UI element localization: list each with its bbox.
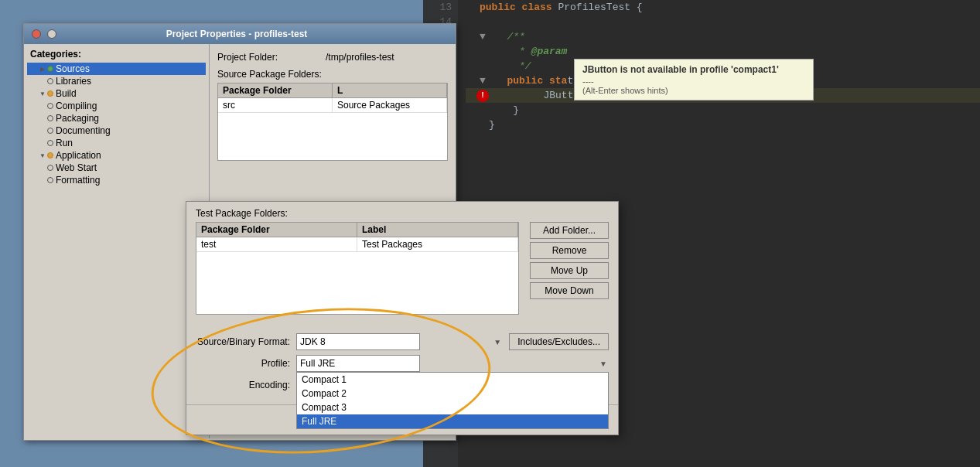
dropdown-item-compact2[interactable]: Compact 2 bbox=[297, 387, 608, 401]
code-line-15: ▼ /** bbox=[466, 29, 980, 44]
remove-button[interactable]: Remove bbox=[530, 242, 609, 259]
project-folder-row: Project Folder: /tmp/profiles-test bbox=[217, 52, 448, 63]
project-props-floating-dialog: Test Package Folders: Package Folder Lab… bbox=[186, 201, 619, 435]
profile-label: Profile: bbox=[196, 358, 296, 369]
includes-excludes-button[interactable]: Includes/Excludes... bbox=[509, 333, 609, 350]
profile-select[interactable] bbox=[296, 355, 420, 372]
source-label-cell: Source Packages bbox=[333, 98, 447, 112]
dropdown-item-compact1[interactable]: Compact 1 bbox=[297, 373, 608, 387]
categories-label: Categories: bbox=[27, 49, 206, 60]
add-folder-button[interactable]: Add Folder... bbox=[530, 222, 609, 239]
profile-dropdown-list: Compact 1 Compact 2 Compact 3 Full JRE bbox=[296, 372, 609, 429]
source-table-body: src Source Packages bbox=[218, 98, 447, 160]
tree-item-build[interactable]: ▼ Build bbox=[27, 87, 206, 100]
tooltip-hint: (Alt-Enter shows hints) bbox=[582, 86, 805, 95]
tooltip-title: JButton is not available in profile 'com… bbox=[582, 64, 805, 75]
source-binary-wrapper: ▼ bbox=[296, 333, 503, 350]
test-table-row: test Test Packages bbox=[196, 237, 518, 252]
test-package-label: Test Package Folders: bbox=[196, 208, 609, 219]
tree-item-compiling[interactable]: Compiling bbox=[27, 100, 206, 112]
tree-item-webstart[interactable]: Web Start bbox=[27, 162, 206, 174]
code-line-20: } bbox=[466, 103, 980, 118]
tree-item-run[interactable]: Run bbox=[27, 137, 206, 149]
format-section: Source/Binary Format: ▼ Includes/Exclude… bbox=[186, 327, 618, 404]
test-table-header: Package Folder Label bbox=[196, 223, 518, 237]
move-down-button[interactable]: Move Down bbox=[530, 282, 609, 299]
code-line-22 bbox=[466, 132, 980, 147]
code-line-16: * @param bbox=[466, 44, 980, 59]
source-binary-label: Source/Binary Format: bbox=[196, 336, 296, 347]
source-table-row: src Source Packages bbox=[218, 98, 447, 113]
move-up-button[interactable]: Move Up bbox=[530, 262, 609, 279]
tree-item-libraries[interactable]: Libraries bbox=[27, 75, 206, 87]
test-package-section: Test Package Folders: Package Folder Lab… bbox=[186, 202, 618, 327]
encoding-label: Encoding: bbox=[196, 380, 296, 390]
test-label-cell: Test Packages bbox=[357, 237, 518, 251]
test-col-folder: Package Folder bbox=[196, 223, 357, 237]
test-section-content: Package Folder Label test Test Packages … bbox=[196, 222, 609, 321]
profile-arrow: ▼ bbox=[599, 360, 607, 368]
test-table-body: test Test Packages bbox=[196, 237, 518, 314]
profile-row: Profile: ▼ Compact 1 Compact 2 Compact 3… bbox=[196, 355, 609, 372]
source-table: Package Folder L src Source Packages bbox=[217, 83, 448, 161]
test-right-buttons: Add Folder... Remove Move Up Move Down bbox=[524, 222, 609, 321]
tree-item-sources[interactable]: ▶ Sources bbox=[27, 63, 206, 75]
test-table-empty bbox=[196, 252, 518, 314]
dialog-title: Project Properties - profiles-test bbox=[166, 29, 308, 39]
categories-panel: Categories: ▶ Sources Libraries ▼ Build bbox=[24, 44, 210, 438]
source-binary-select[interactable] bbox=[296, 333, 420, 350]
tree-item-packaging[interactable]: Packaging bbox=[27, 112, 206, 124]
source-col-label: L bbox=[333, 84, 447, 97]
source-package-folders-label: Source Package Folders: bbox=[217, 69, 448, 80]
tree-item-documenting[interactable]: Documenting bbox=[27, 124, 206, 137]
tooltip-separator: ---- bbox=[582, 77, 805, 86]
dropdown-item-compact3[interactable]: Compact 3 bbox=[297, 401, 608, 414]
test-col-label: Label bbox=[357, 223, 518, 237]
source-section: Package Folder L src Source Packages bbox=[217, 83, 448, 167]
profile-wrapper: ▼ Compact 1 Compact 2 Compact 3 Full JRE bbox=[296, 355, 609, 372]
close-button[interactable] bbox=[32, 29, 41, 39]
test-folder-cell: test bbox=[196, 237, 357, 251]
project-folder-value: /tmp/profiles-test bbox=[326, 52, 448, 63]
tooltip-popup: JButton is not available in profile 'com… bbox=[574, 59, 814, 101]
source-table-header: Package Folder L bbox=[218, 84, 447, 98]
test-table: Package Folder Label test Test Packages bbox=[196, 222, 519, 315]
error-icon: ! bbox=[476, 90, 489, 102]
source-col-folder: Package Folder bbox=[218, 84, 333, 97]
code-line-14 bbox=[466, 15, 980, 29]
code-line-13: public class ProfilesTest { bbox=[466, 0, 980, 15]
source-binary-row: Source/Binary Format: ▼ Includes/Exclude… bbox=[196, 333, 609, 350]
dialog-titlebar: Project Properties - profiles-test bbox=[24, 24, 456, 44]
dropdown-item-fulljre[interactable]: Full JRE bbox=[297, 414, 608, 428]
source-binary-arrow: ▼ bbox=[493, 338, 501, 346]
project-folder-label: Project Folder: bbox=[217, 52, 326, 63]
minimize-button[interactable] bbox=[47, 29, 56, 39]
source-folder-cell: src bbox=[218, 98, 333, 112]
tree-item-formatting[interactable]: Formatting bbox=[27, 174, 206, 186]
tree-item-application[interactable]: ▼ Application bbox=[27, 149, 206, 162]
line-num-13: 13 bbox=[423, 0, 452, 15]
code-line-21: } bbox=[466, 118, 980, 132]
